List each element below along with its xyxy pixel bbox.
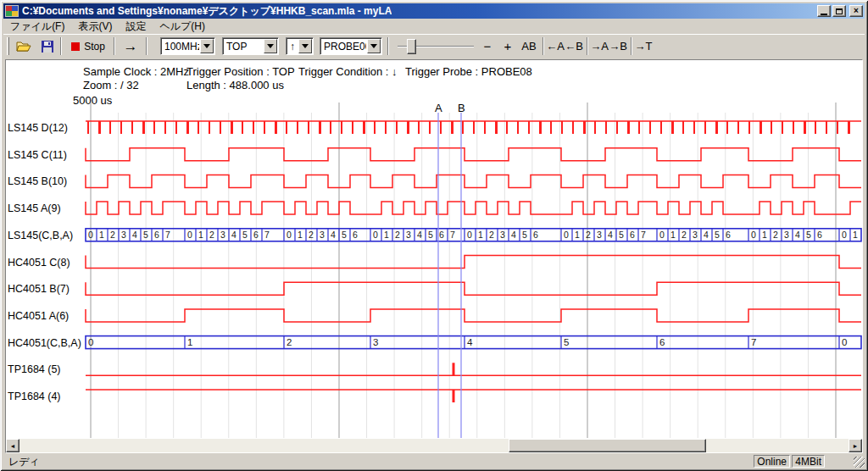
svg-text:0: 0 <box>564 230 569 240</box>
svg-text:0: 0 <box>287 230 292 240</box>
grid-lines <box>91 103 836 438</box>
waveform-trace: 012345670 <box>86 336 861 349</box>
cursor-b-right-button[interactable]: →B <box>609 37 627 56</box>
stop-button[interactable]: Stop <box>66 37 110 56</box>
toolbar-separator <box>146 37 147 55</box>
sample-clock-select[interactable]: 100MHz <box>160 37 215 55</box>
svg-text:1: 1 <box>478 230 483 240</box>
menu-item-view[interactable]: 表示(V) <box>71 19 119 35</box>
run-arrow-icon: → <box>124 38 138 55</box>
svg-text:1: 1 <box>198 230 203 240</box>
chevron-down-icon[interactable] <box>367 39 381 53</box>
waveform-area[interactable]: 0123456701234567012345601234567012345601… <box>6 60 862 439</box>
trigger-probe-select[interactable]: PROBE00 <box>320 37 382 55</box>
svg-text:7: 7 <box>264 230 270 240</box>
resize-grip[interactable] <box>854 457 865 468</box>
svg-text:3: 3 <box>784 230 789 240</box>
status-memory: 4MBit <box>792 455 825 468</box>
chevron-down-icon[interactable] <box>298 39 312 53</box>
menu-bar: ファイル(F) 表示(V) 設定 ヘルプ(H) <box>3 19 865 33</box>
svg-text:5: 5 <box>619 230 624 240</box>
svg-text:0: 0 <box>187 230 192 240</box>
minimize-icon <box>821 14 827 15</box>
svg-text:6: 6 <box>353 230 358 240</box>
svg-text:7: 7 <box>751 337 756 347</box>
svg-text:6: 6 <box>630 230 635 240</box>
svg-text:6: 6 <box>726 230 731 240</box>
svg-text:7: 7 <box>450 230 455 240</box>
open-folder-icon <box>15 40 32 53</box>
minimize-button[interactable] <box>817 5 831 17</box>
trigger-edge-select[interactable]: ↑ <box>286 37 314 55</box>
trigger-probe-value: PROBE00 <box>320 41 366 53</box>
trigger-position-select[interactable]: TOP <box>222 37 279 55</box>
status-text: レディ <box>8 455 40 469</box>
svg-text:0: 0 <box>467 230 472 240</box>
svg-text:3: 3 <box>320 230 325 240</box>
zoom-in-button[interactable]: + <box>499 37 516 56</box>
svg-text:1: 1 <box>298 230 303 240</box>
svg-text:4: 4 <box>132 230 137 240</box>
svg-text:2: 2 <box>586 230 591 240</box>
title-bar: C:¥Documents and Settings¥noname¥デスクトップ¥… <box>3 3 865 19</box>
ab-cursor-button[interactable]: AB <box>518 37 540 56</box>
cursor-b-left-button[interactable]: ←B <box>565 37 583 56</box>
svg-text:2: 2 <box>395 230 400 240</box>
cursor-a-right-button[interactable]: →A <box>590 37 609 56</box>
svg-text:5: 5 <box>143 230 148 240</box>
waveform-trace <box>86 175 861 187</box>
run-button[interactable]: → <box>119 37 142 56</box>
goto-trigger-button[interactable]: →T <box>634 37 653 56</box>
chevron-down-icon[interactable] <box>200 39 214 53</box>
window-title: C:¥Documents and Settings¥noname¥デスクトップ¥… <box>22 4 392 19</box>
status-bar: レディ Online 4MBit <box>3 453 865 468</box>
svg-text:2: 2 <box>773 230 778 240</box>
maximize-button[interactable] <box>832 5 846 17</box>
app-window: C:¥Documents and Settings¥noname¥デスクトップ¥… <box>0 0 868 471</box>
toolbar-separator <box>60 37 62 55</box>
svg-text:1: 1 <box>853 230 858 240</box>
svg-text:6: 6 <box>533 230 538 240</box>
maximize-icon <box>836 8 843 14</box>
waveform-trace: 0123456701234567012345601234567012345601… <box>86 229 861 241</box>
toolbar-separator <box>114 37 115 55</box>
close-button[interactable]: × <box>849 5 863 17</box>
toolbar-separator <box>387 37 389 55</box>
menu-item-file[interactable]: ファイル(F) <box>3 19 71 35</box>
horizontal-scrollbar[interactable]: ◄ ► <box>6 439 862 452</box>
waveform-trace <box>86 309 861 322</box>
waveform-trace <box>86 390 861 402</box>
svg-text:5: 5 <box>342 230 347 240</box>
chevron-down-icon[interactable] <box>264 39 277 53</box>
stop-label: Stop <box>84 41 105 53</box>
scroll-thumb[interactable] <box>509 439 706 452</box>
svg-text:0: 0 <box>842 230 847 240</box>
zoom-slider-handle[interactable] <box>407 39 416 54</box>
scroll-left-button[interactable]: ◄ <box>6 439 19 452</box>
cursor-a-left-button[interactable]: ←A <box>546 37 565 56</box>
waveform-trace <box>86 282 861 295</box>
menu-item-settings[interactable]: 設定 <box>119 19 153 35</box>
svg-text:6: 6 <box>659 337 665 347</box>
toolbar-separator <box>542 37 544 55</box>
svg-text:3: 3 <box>220 230 225 240</box>
svg-text:4: 4 <box>417 230 422 240</box>
svg-text:5: 5 <box>428 230 433 240</box>
svg-text:3: 3 <box>121 230 126 240</box>
menu-item-help[interactable]: ヘルプ(H) <box>153 19 212 35</box>
svg-text:2: 2 <box>309 230 314 240</box>
svg-text:4: 4 <box>704 230 709 240</box>
svg-text:1: 1 <box>187 337 192 347</box>
svg-text:2: 2 <box>209 230 214 240</box>
svg-text:2: 2 <box>682 230 687 240</box>
zoom-out-button[interactable]: − <box>479 37 496 56</box>
scroll-right-button[interactable]: ► <box>849 439 862 452</box>
svg-text:3: 3 <box>693 230 698 240</box>
open-file-button[interactable] <box>14 37 34 56</box>
svg-text:3: 3 <box>597 230 602 240</box>
svg-text:0: 0 <box>88 337 93 347</box>
svg-text:5: 5 <box>806 230 811 240</box>
stop-square-icon <box>71 42 80 51</box>
svg-text:6: 6 <box>154 230 159 240</box>
save-button[interactable] <box>37 37 58 56</box>
